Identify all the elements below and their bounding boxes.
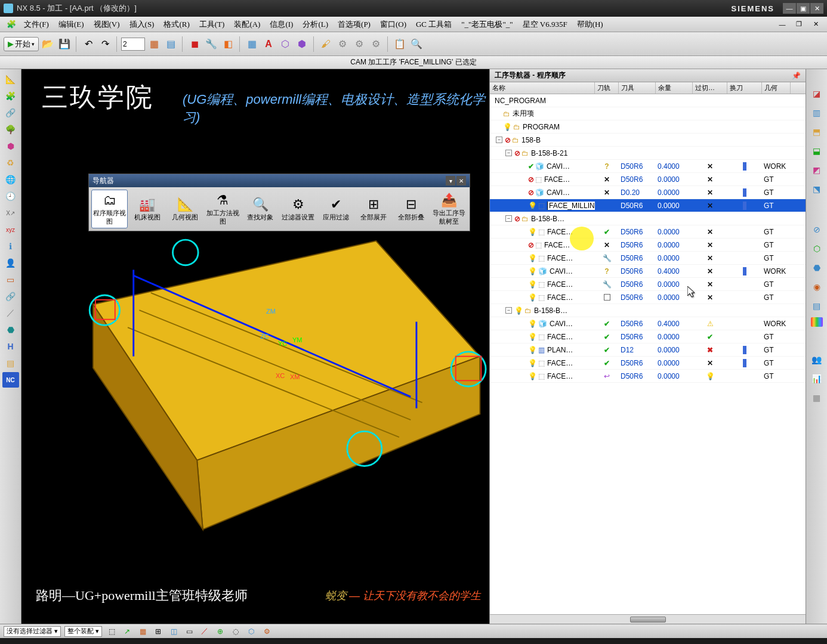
web-icon[interactable]: 🌐 xyxy=(2,172,19,187)
layers2-icon[interactable]: ▤ xyxy=(2,355,19,371)
tree-row[interactable]: 💡🧊CAVI…?D50R60.4000✕WORK xyxy=(490,265,806,278)
bb-icon-4[interactable]: ⊞ xyxy=(152,626,164,637)
selection-combo[interactable] xyxy=(121,38,145,51)
mfg-icon[interactable]: ⬢ xyxy=(2,138,19,154)
maximize-button[interactable]: ▣ xyxy=(797,3,810,14)
menu-item[interactable]: 信息(I) xyxy=(265,18,298,30)
tree-row[interactable]: NC_PROGRAM xyxy=(490,94,806,107)
nc-icon[interactable]: NC xyxy=(2,372,19,388)
tree-row[interactable]: 💡⬚FACE…✔D50R60.0000✕GT xyxy=(490,357,806,370)
tree-row[interactable]: 💡⬚FACE…↩D50R60.0000💡GT xyxy=(490,370,806,383)
r-icon-10[interactable]: ◉ xyxy=(809,279,825,295)
assembly-nav-icon[interactable]: 🧩 xyxy=(2,88,19,104)
tree-row[interactable]: −⊘🗀B-158-B-21 xyxy=(490,147,806,160)
menu-item[interactable]: 视图(V) xyxy=(89,18,125,30)
layers-icon[interactable]: ▤ xyxy=(163,36,178,52)
xy-icon[interactable]: X↗ xyxy=(2,205,19,221)
col-chg[interactable]: 换刀 xyxy=(727,82,762,94)
tree-row[interactable]: −💡🗀B-158-B… xyxy=(490,304,806,317)
r-icon-7[interactable]: ⊘ xyxy=(809,222,825,237)
bb-icon-3[interactable]: ▦ xyxy=(137,626,149,637)
h-icon[interactable]: H xyxy=(2,339,19,354)
gear-icon[interactable]: ⚙ xyxy=(335,36,350,52)
mdi-close-icon[interactable]: ✕ xyxy=(808,17,823,32)
tree-row[interactable]: 💡⬚FACE_MILLINGD50R60.0000✕GT xyxy=(490,199,806,212)
bb-icon-1[interactable]: ⬚ xyxy=(106,626,118,637)
col-track[interactable]: 刀轨 xyxy=(595,82,619,94)
program-icon[interactable]: ◼ xyxy=(187,36,202,52)
col-name[interactable]: 名称 xyxy=(490,82,595,94)
undo-icon[interactable]: ↶ xyxy=(81,36,96,52)
navigator-close-icon[interactable]: ✕ xyxy=(456,176,466,185)
tree-row[interactable]: ✔🧊CAVI…?D50R60.4000✕WORK xyxy=(490,160,806,173)
op-nav-icon[interactable]: 🌳 xyxy=(2,122,19,137)
assembly-combo[interactable]: 整个装配 ▾ xyxy=(64,626,102,637)
app-menu-icon[interactable]: 🧩 xyxy=(4,17,19,32)
menu-item[interactable]: 首选项(P) xyxy=(333,18,375,30)
r-icon-1[interactable]: ◪ xyxy=(809,86,825,101)
menu-item[interactable]: 装配(A) xyxy=(229,18,265,30)
bb-icon-7[interactable]: ／ xyxy=(199,626,211,637)
tool-icon[interactable]: 🔧 xyxy=(203,36,219,52)
tree-row[interactable]: 💡🗀PROGRAM xyxy=(490,120,806,134)
brush-icon[interactable]: 🖌 xyxy=(318,36,334,52)
menu-item[interactable]: 文件(F) xyxy=(19,18,54,30)
cube2-icon[interactable]: ⬢ xyxy=(294,36,310,52)
panel-hscroll[interactable] xyxy=(490,614,806,624)
link-icon[interactable]: 🔗 xyxy=(2,289,19,304)
calc-icon[interactable]: 📋 xyxy=(392,36,408,52)
text-icon[interactable]: A xyxy=(261,36,276,52)
r-icon-13[interactable]: 📊 xyxy=(809,371,825,386)
col-geo[interactable]: 几何 xyxy=(762,82,791,94)
col-rest[interactable]: 余量 xyxy=(656,82,693,94)
menu-item[interactable]: 分析(L) xyxy=(298,18,333,30)
r-icon-12[interactable]: 👥 xyxy=(809,352,825,367)
save-icon[interactable]: 💾 xyxy=(57,36,72,52)
col-tool[interactable]: 刀具 xyxy=(619,82,656,94)
menu-item[interactable]: 格式(R) xyxy=(159,18,194,30)
pencil-icon[interactable]: ／ xyxy=(2,305,19,321)
gear2-icon[interactable]: ⚙ xyxy=(351,36,367,52)
menu-item[interactable]: 帮助(H) xyxy=(572,18,608,30)
bb-icon-10[interactable]: ⬡ xyxy=(245,626,257,637)
tree-row[interactable]: −⊘🗀B-158-B… xyxy=(490,212,806,225)
tree-row[interactable]: 💡⬚FACE…🔧D50R60.0000✕GT xyxy=(490,252,806,265)
menu-item[interactable]: "_"老五电极"_" xyxy=(456,18,517,30)
tree-row[interactable]: 💡⬚FACE…D50R60.0000✕GT xyxy=(490,291,806,304)
tree-row[interactable]: 💡🧊CAVI…✔D50R60.4000⚠WORK xyxy=(490,317,806,330)
menu-item[interactable]: GC 工具箱 xyxy=(411,18,456,30)
roles-icon[interactable]: 👤 xyxy=(2,255,19,271)
menu-item[interactable]: 编辑(E) xyxy=(54,18,89,30)
bb-icon-9[interactable]: ◌ xyxy=(230,626,242,637)
rect-icon[interactable]: ▭ xyxy=(2,272,19,287)
tree-row[interactable]: 💡⬚FACE…🔧D50R60.0000✕GT xyxy=(490,278,806,291)
grid-icon[interactable]: ▦ xyxy=(244,36,260,52)
menu-item[interactable]: 星空 V6.935F xyxy=(518,18,572,30)
gear3-icon[interactable]: ⚙ xyxy=(368,36,384,52)
operation-tree[interactable]: NC_PROGRAM🗀未用项💡🗀PROGRAM−⊘🗀158-B−⊘🗀B-158-… xyxy=(490,94,806,614)
tree-row[interactable]: ⊘⬚FACE…✕D50R60.0000✕GT xyxy=(490,173,806,186)
navigator-options-icon[interactable]: ▾ xyxy=(446,176,455,185)
history-icon[interactable]: 🕘 xyxy=(2,188,19,204)
xyz-icon[interactable]: xyz xyxy=(2,222,19,237)
bb-icon-11[interactable]: ⚙ xyxy=(261,626,273,637)
bb-icon-6[interactable]: ▭ xyxy=(183,626,195,637)
r-icon-3[interactable]: ⬒ xyxy=(809,124,825,140)
geometry-icon[interactable]: ◧ xyxy=(220,36,236,52)
open-icon[interactable]: 📂 xyxy=(40,36,55,52)
box-icon[interactable]: ▦ xyxy=(146,36,162,52)
close-button[interactable]: ✕ xyxy=(810,3,823,14)
filter-combo[interactable]: 没有选择过滤器 ▾ xyxy=(4,626,61,637)
cube-icon[interactable]: ⬡ xyxy=(277,36,293,52)
tree-row[interactable]: 💡⬚FACE…✔D50R60.0000✔GT xyxy=(490,330,806,343)
col-cut[interactable]: 过切… xyxy=(693,82,727,94)
part-nav-icon[interactable]: 📐 xyxy=(2,72,19,87)
r-icon-2[interactable]: ▥ xyxy=(809,105,825,120)
r-icon-rainbow[interactable] xyxy=(811,317,823,327)
r-icon-4[interactable]: ⬓ xyxy=(809,143,825,159)
menu-item[interactable]: 窗口(O) xyxy=(375,18,411,30)
pin-icon[interactable]: 📌 xyxy=(792,72,801,80)
reuse-icon[interactable]: ♻ xyxy=(2,155,19,171)
r-icon-8[interactable]: ⬡ xyxy=(809,241,825,256)
bb-icon-2[interactable]: ↗ xyxy=(121,626,133,637)
